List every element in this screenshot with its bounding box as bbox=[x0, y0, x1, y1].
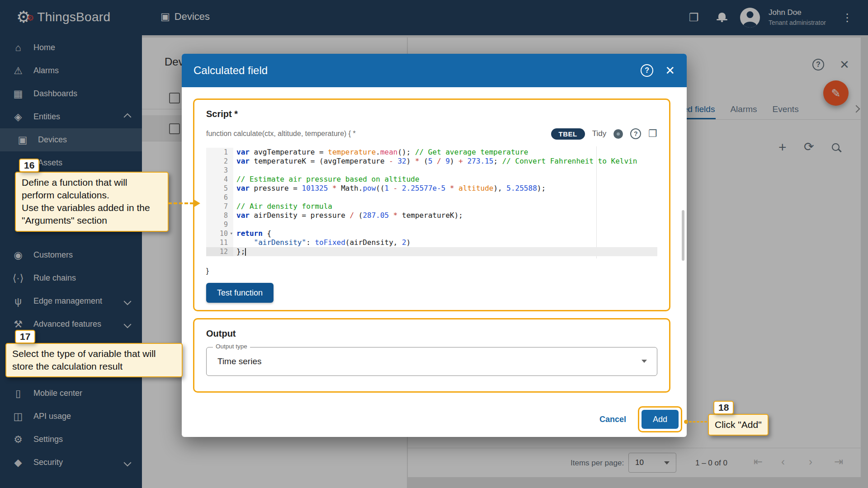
code-rows: 1var avgTemperature = temperature.mean()… bbox=[206, 146, 657, 256]
chevron-down-icon bbox=[642, 360, 647, 363]
line-number: 7 bbox=[206, 202, 233, 211]
add-button[interactable]: Add bbox=[642, 410, 679, 429]
callout-18-text: Click "Add" bbox=[715, 418, 762, 431]
line-number: 10▾ bbox=[206, 229, 233, 238]
line-number: 12 bbox=[206, 247, 233, 256]
line-number: 1 bbox=[206, 148, 233, 157]
code-line-10[interactable]: 10▾return { bbox=[206, 229, 657, 238]
code-editor[interactable]: 1var avgTemperature = temperature.mean()… bbox=[206, 146, 657, 258]
line-number: 6 bbox=[206, 193, 233, 202]
thingsboard-app: Devices ? ✕ ✎ Calculated fieldsAlarmsEve… bbox=[0, 0, 868, 488]
line-number: 3 bbox=[206, 166, 233, 175]
line-number: 9 bbox=[206, 220, 233, 229]
dialog-scrollbar[interactable] bbox=[682, 210, 684, 261]
output-type-value: Time series bbox=[217, 357, 261, 366]
tidy-button[interactable]: Tidy bbox=[592, 129, 607, 138]
dialog-footer: Cancel Add bbox=[598, 407, 679, 432]
output-type-floating-label: Output type bbox=[213, 343, 250, 350]
callout-17-text: Select the type of variable that will st… bbox=[12, 347, 176, 373]
dialog-help-icon[interactable]: ? bbox=[641, 64, 653, 77]
editor-help-icon[interactable]: ? bbox=[630, 128, 641, 139]
code-line-4[interactable]: 4// Estimate air pressure based on altit… bbox=[206, 175, 657, 184]
dialog-close-icon[interactable]: ✕ bbox=[665, 64, 675, 78]
output-type-select[interactable]: Output type Time series bbox=[206, 347, 657, 376]
callout-18: Click "Add" bbox=[708, 414, 769, 436]
line-number: 4 bbox=[206, 175, 233, 184]
callout-16-connector bbox=[168, 202, 193, 204]
callout-18-anchor-dot bbox=[684, 420, 688, 424]
code-line-6[interactable]: 6 bbox=[206, 193, 657, 202]
output-label: Output bbox=[206, 328, 657, 339]
dialog-title: Calculated field bbox=[193, 64, 641, 77]
code-line-8[interactable]: 8var airDensity = pressure / (287.05 * t… bbox=[206, 211, 657, 220]
code-line-9[interactable]: 9 bbox=[206, 220, 657, 229]
cancel-button[interactable]: Cancel bbox=[598, 412, 628, 427]
code-line-1[interactable]: 1var avgTemperature = temperature.mean()… bbox=[206, 148, 657, 157]
callout-16: Define a function that will perform calc… bbox=[15, 172, 169, 232]
output-section: Output Output type Time series bbox=[193, 318, 670, 393]
code-line-12[interactable]: 12}; bbox=[206, 247, 657, 256]
code-line-5[interactable]: 5var pressure = 101325 * Math.pow((1 - 2… bbox=[206, 184, 657, 193]
debug-icon[interactable] bbox=[613, 129, 623, 139]
script-section: Script * function calculate(ctx, altitud… bbox=[193, 99, 670, 311]
function-signature: function calculate(ctx, altitude, temper… bbox=[206, 130, 356, 138]
callout-18-badge: 18 bbox=[713, 401, 734, 414]
closing-brace: } bbox=[206, 267, 657, 276]
tbel-toggle[interactable]: TBEL bbox=[551, 128, 585, 140]
editor-fullscreen-icon[interactable]: ❐ bbox=[648, 128, 657, 140]
code-line-3[interactable]: 3 bbox=[206, 166, 657, 175]
callout-16-badge: 16 bbox=[19, 159, 39, 172]
script-label: Script * bbox=[206, 109, 657, 119]
line-number: 11 bbox=[206, 238, 233, 247]
dialog-header: Calculated field ? ✕ bbox=[182, 54, 687, 87]
code-line-7[interactable]: 7// Air density formula bbox=[206, 202, 657, 211]
line-number: 8 bbox=[206, 211, 233, 220]
code-line-2[interactable]: 2var temperatureK = (avgTemperature - 32… bbox=[206, 157, 657, 166]
callout-16-text-2: Use the variables added in the "Argument… bbox=[22, 202, 162, 227]
callout-17-badge: 17 bbox=[15, 330, 35, 343]
line-number: 2 bbox=[206, 157, 233, 166]
callout-17: Select the type of variable that will st… bbox=[5, 343, 183, 377]
callout-16-arrow-icon bbox=[193, 199, 200, 207]
fold-icon[interactable]: ▾ bbox=[230, 229, 233, 238]
calculated-field-dialog: Calculated field ? ✕ Script * function c… bbox=[182, 54, 687, 437]
code-line-11[interactable]: 11 "airDensity": toFixed(airDensity, 2) bbox=[206, 238, 657, 247]
callout-16-text-1: Define a function that will perform calc… bbox=[22, 176, 162, 202]
callout-18-connector bbox=[689, 421, 707, 422]
test-function-button[interactable]: Test function bbox=[206, 283, 274, 303]
line-number: 5 bbox=[206, 184, 233, 193]
